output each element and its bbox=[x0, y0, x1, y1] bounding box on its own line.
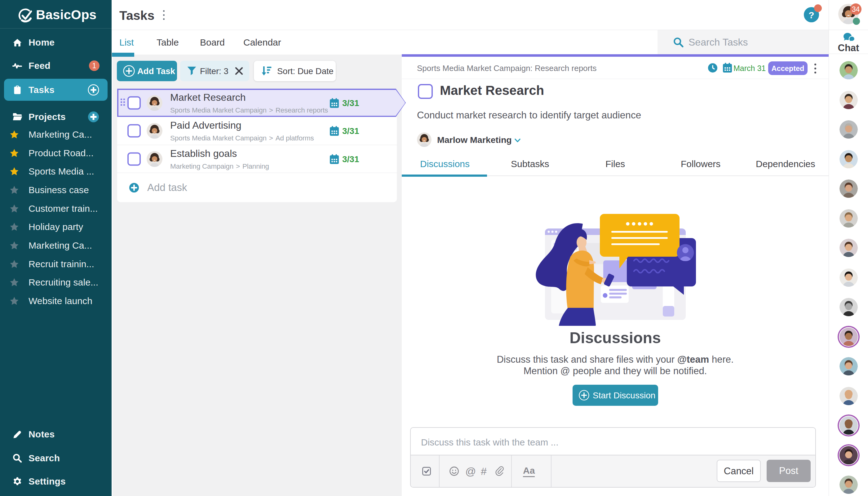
detail-kebab-icon[interactable] bbox=[814, 63, 817, 75]
sidebar-item-feed[interactable]: Feed 1 bbox=[0, 55, 112, 77]
chat-contact-avatar[interactable] bbox=[839, 357, 858, 375]
sidebar-project-item[interactable]: Marketing Ca... bbox=[0, 125, 112, 144]
clock-icon[interactable] bbox=[708, 63, 717, 73]
sidebar-item-home[interactable]: Home bbox=[0, 31, 112, 53]
tab-table[interactable]: Table bbox=[157, 30, 179, 55]
detail-tab-followers[interactable]: Followers bbox=[681, 158, 720, 170]
mention-icon[interactable]: @ bbox=[465, 465, 476, 477]
add-task-row[interactable]: Add task bbox=[117, 173, 397, 202]
chat-contact-avatar[interactable] bbox=[839, 268, 858, 287]
task-checkbox[interactable] bbox=[127, 152, 141, 166]
task-checkbox[interactable] bbox=[127, 96, 141, 109]
sidebar-project-item[interactable]: Marketing Ca... bbox=[0, 236, 112, 255]
detail-task-checkbox[interactable] bbox=[418, 84, 433, 99]
chat-header[interactable]: Chat bbox=[829, 30, 868, 54]
chat-contact-avatar[interactable] bbox=[839, 298, 858, 316]
sidebar-item-label: Notes bbox=[29, 429, 55, 439]
star-icon[interactable] bbox=[10, 167, 19, 176]
assignee-avatar[interactable] bbox=[417, 133, 432, 147]
detail-tab-discussions[interactable]: Discussions bbox=[420, 158, 470, 170]
attachment-icon[interactable] bbox=[495, 466, 505, 476]
filter-chip[interactable]: Filter: 3 bbox=[180, 61, 249, 81]
sidebar-project-item[interactable]: Website launch bbox=[0, 292, 112, 310]
start-discussion-button[interactable]: Start Discussion bbox=[573, 385, 658, 406]
star-icon[interactable] bbox=[10, 204, 19, 213]
star-icon[interactable] bbox=[10, 296, 19, 306]
sidebar-item-search[interactable]: Search bbox=[0, 447, 112, 469]
add-project-icon[interactable] bbox=[88, 112, 99, 122]
star-icon[interactable] bbox=[10, 241, 19, 250]
chat-contact-avatar[interactable] bbox=[839, 91, 858, 109]
sidebar-project-item[interactable]: Recruiting sale... bbox=[0, 273, 112, 292]
star-icon[interactable] bbox=[10, 278, 19, 287]
emoji-icon[interactable] bbox=[449, 466, 459, 476]
sidebar-item-tasks[interactable]: Tasks bbox=[0, 79, 112, 101]
chat-contact-avatar[interactable] bbox=[839, 120, 858, 139]
chat-contact-avatar[interactable] bbox=[839, 446, 858, 464]
discussions-heading: Discussions bbox=[402, 329, 828, 347]
chat-contact-avatar[interactable] bbox=[839, 239, 858, 257]
tab-calendar[interactable]: Calendar bbox=[243, 30, 281, 55]
task-title[interactable]: Establish goals bbox=[170, 148, 269, 159]
sidebar-item-label: Home bbox=[29, 37, 55, 48]
task-row-selected[interactable]: Market Research Sports Media Market Camp… bbox=[117, 89, 406, 117]
sidebar-project-item[interactable]: Product Road... bbox=[0, 144, 112, 162]
chat-contact-avatar[interactable] bbox=[839, 61, 858, 79]
page-menu-kebab-icon[interactable] bbox=[160, 10, 168, 22]
chat-contact-avatar[interactable] bbox=[839, 180, 858, 198]
hashtag-icon[interactable]: # bbox=[481, 465, 487, 477]
sidebar-project-item[interactable]: Recruit trainin... bbox=[0, 255, 112, 274]
post-button[interactable]: Post bbox=[766, 460, 811, 482]
sidebar-item-settings[interactable]: Settings bbox=[0, 470, 112, 493]
status-badge[interactable]: Accepted bbox=[768, 61, 808, 75]
plus-circle-icon bbox=[123, 65, 135, 77]
drag-handle-icon[interactable] bbox=[121, 98, 125, 106]
chat-contact-avatar[interactable] bbox=[839, 150, 858, 168]
task-row[interactable]: Paid Advertising Sports Media Market Cam… bbox=[117, 117, 397, 145]
add-task-button[interactable]: Add Task bbox=[117, 61, 177, 81]
format-text-icon[interactable]: Aa bbox=[523, 465, 535, 477]
sidebar-project-item[interactable]: Business case bbox=[0, 181, 112, 199]
checkbox-tool-icon[interactable] bbox=[422, 467, 431, 476]
task-description[interactable]: Conduct market research to identify targ… bbox=[417, 109, 641, 121]
task-title[interactable]: Market Research bbox=[170, 91, 328, 103]
chat-contact-avatar[interactable] bbox=[839, 328, 858, 346]
add-task-quick-icon[interactable] bbox=[88, 84, 99, 95]
star-icon[interactable] bbox=[10, 130, 19, 139]
chat-contact-avatar[interactable] bbox=[839, 209, 858, 228]
detail-tab-dependencies[interactable]: Dependencies bbox=[756, 158, 815, 170]
calendar-icon[interactable] bbox=[723, 63, 732, 73]
brand-logo[interactable]: BasicOps bbox=[0, 0, 112, 29]
star-icon[interactable] bbox=[10, 185, 19, 195]
assignee-name[interactable]: Marlow Marketing bbox=[437, 135, 512, 145]
detail-tab-files[interactable]: Files bbox=[605, 158, 625, 170]
chat-contact-avatar[interactable] bbox=[839, 387, 858, 405]
sidebar-project-item[interactable]: Holiday party bbox=[0, 218, 112, 236]
search-tasks-box[interactable]: Search Tasks bbox=[657, 30, 828, 55]
sidebar-item-label: Settings bbox=[29, 476, 66, 487]
discussion-composer[interactable]: Discuss this task with the team ... @ # … bbox=[410, 427, 816, 487]
star-icon[interactable] bbox=[10, 149, 19, 158]
chevron-down-icon[interactable] bbox=[515, 138, 521, 142]
task-text: Paid Advertising Sports Media Market Cam… bbox=[170, 120, 314, 142]
detail-tab-subtasks[interactable]: Subtasks bbox=[511, 158, 549, 170]
sidebar-item-label: Projects bbox=[29, 112, 66, 122]
task-row[interactable]: Establish goals Marketing Campaign>Plann… bbox=[117, 145, 397, 173]
tab-list[interactable]: List bbox=[119, 30, 134, 55]
star-icon[interactable] bbox=[10, 260, 19, 269]
sidebar-project-item[interactable]: Sports Media ... bbox=[0, 162, 112, 181]
sidebar-item-projects[interactable]: Projects bbox=[0, 106, 112, 128]
chat-contact-avatar[interactable] bbox=[839, 416, 858, 435]
due-date-label[interactable]: March 31 bbox=[733, 57, 766, 79]
tab-board[interactable]: Board bbox=[200, 30, 225, 55]
task-title[interactable]: Paid Advertising bbox=[170, 120, 314, 131]
clear-filter-icon[interactable] bbox=[234, 66, 244, 76]
sidebar-project-item[interactable]: Customer train... bbox=[0, 199, 112, 218]
cancel-button[interactable]: Cancel bbox=[717, 460, 761, 482]
search-icon bbox=[673, 37, 684, 48]
chat-contact-avatar[interactable] bbox=[839, 476, 858, 494]
star-icon[interactable] bbox=[10, 222, 19, 232]
sidebar-item-notes[interactable]: Notes bbox=[0, 423, 112, 446]
task-checkbox[interactable] bbox=[127, 124, 141, 138]
sort-button[interactable]: Sort: Due Date bbox=[254, 61, 336, 81]
